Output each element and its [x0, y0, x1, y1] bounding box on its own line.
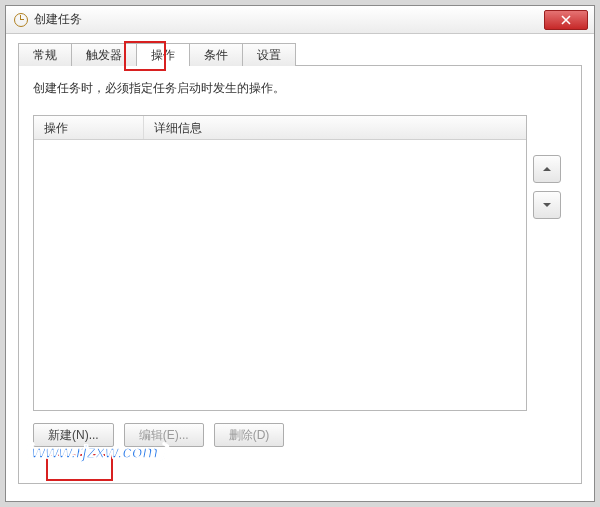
action-buttons-row: 新建(N)... 编辑(E)... 删除(D)	[33, 423, 567, 447]
window-title: 创建任务	[34, 11, 544, 28]
titlebar: 创建任务	[6, 6, 594, 34]
reorder-buttons	[527, 155, 567, 411]
move-up-button[interactable]	[533, 155, 561, 183]
chevron-up-icon	[542, 164, 552, 174]
panel-description: 创建任务时，必须指定任务启动时发生的操作。	[33, 80, 567, 97]
close-button[interactable]	[544, 10, 588, 30]
tab-actions[interactable]: 操作	[136, 43, 190, 67]
move-down-button[interactable]	[533, 191, 561, 219]
tab-panel-actions: 创建任务时，必须指定任务启动时发生的操作。 操作 详细信息	[18, 66, 582, 484]
clock-icon	[14, 13, 28, 27]
list-header: 操作 详细信息	[34, 116, 526, 140]
delete-button[interactable]: 删除(D)	[214, 423, 285, 447]
tab-conditions[interactable]: 条件	[189, 43, 243, 67]
column-details[interactable]: 详细信息	[144, 116, 526, 139]
tab-settings[interactable]: 设置	[242, 43, 296, 67]
tab-general[interactable]: 常规	[18, 43, 72, 67]
tab-triggers[interactable]: 触发器	[71, 43, 137, 67]
tab-strip: 常规 触发器 操作 条件 设置	[18, 42, 582, 66]
actions-list[interactable]: 操作 详细信息	[33, 115, 527, 411]
column-action[interactable]: 操作	[34, 116, 144, 139]
edit-button[interactable]: 编辑(E)...	[124, 423, 204, 447]
close-icon	[561, 15, 571, 25]
dialog-body: 常规 触发器 操作 条件 设置 创建任务时，必须指定任务启动时发生的操作。 操作…	[6, 34, 594, 496]
chevron-down-icon	[542, 200, 552, 210]
new-button[interactable]: 新建(N)...	[33, 423, 114, 447]
dialog-window: 创建任务 常规 触发器 操作 条件 设置 创建任务时，必须指定任务启动时发生的操…	[5, 5, 595, 502]
